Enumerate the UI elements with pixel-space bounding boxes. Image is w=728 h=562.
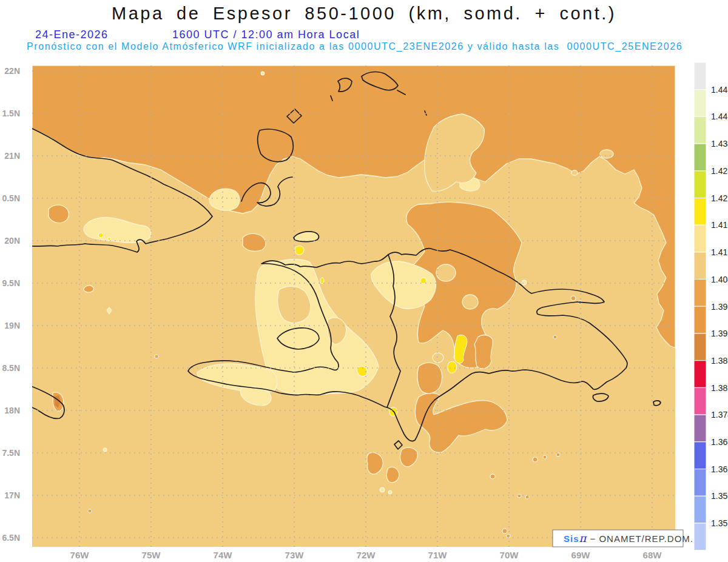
colorbar-tick-label: 1.362: [711, 464, 728, 474]
lat-tick-label: 21N: [4, 151, 20, 161]
orange-dot: [543, 455, 547, 459]
lat-axis: 22N 1.5N 21N 0.5N 20N 9.5N 19N 8.5N 18N …: [2, 66, 20, 543]
orange-dot: [533, 457, 538, 462]
tan-hole: [433, 353, 443, 363]
colorbar-tick-label: 1.446: [711, 85, 728, 95]
colorbar-segment: [694, 415, 706, 442]
attribution-org: − ONAMET/REP.DOM.: [587, 534, 693, 544]
lat-tick-label: 0.5N: [2, 193, 20, 203]
tan-hole: [571, 170, 578, 175]
colorbar-segment: [694, 442, 706, 469]
lon-tick-label: 72W: [357, 550, 376, 560]
colorbar-segment: [694, 225, 706, 252]
colorbar-segment: [694, 496, 706, 523]
orange-dot: [88, 509, 92, 513]
colorbar-segment: [694, 90, 706, 117]
colorbar-tick-label: 1.38: [711, 383, 727, 393]
colorbar-tick-label: 1.434: [711, 139, 728, 149]
lon-axis: 76W 75W 74W 73W 72W 71W 70W 69W 68W: [70, 550, 662, 560]
colorbar-segment: [694, 333, 706, 361]
orange-patch: [474, 335, 493, 369]
orange-dot: [155, 355, 158, 358]
colorbar-segment: [694, 62, 706, 90]
lon-tick-label: 75W: [142, 550, 161, 560]
yellow-spot: [448, 361, 457, 373]
cream-dot: [103, 448, 107, 452]
colorbar-tick-label: 1.392: [711, 329, 728, 338]
colorbar-tick-label: 1.404: [711, 275, 728, 284]
attribution-box: Sisπ − ONAMET/REP.DOM.: [553, 530, 693, 547]
colorbar-tick-label: 1.416: [711, 220, 728, 230]
orange-dot: [553, 335, 557, 339]
tan-hole: [278, 286, 311, 323]
colorbar-segment: [694, 523, 706, 550]
lat-tick-label: 7.5N: [2, 448, 20, 458]
colorbar-labels: 1.446 1.44 1.434 1.428 1.422 1.416 1.41 …: [711, 85, 728, 528]
colorbar-tick-label: 1.428: [711, 166, 728, 176]
colorbar-tick-label: 1.35: [711, 518, 727, 528]
map-canvas: 22N 1.5N 21N 0.5N 20N 9.5N 19N 8.5N 18N …: [0, 0, 728, 562]
colorbar-tick-label: 1.44: [711, 112, 727, 121]
lat-tick-label: 20N: [4, 236, 20, 246]
yellow-spot: [295, 246, 304, 255]
colorbar-tick-label: 1.368: [711, 437, 728, 447]
sispi-sis: Sis: [564, 534, 579, 544]
attribution-text: Sisπ − ONAMET/REP.DOM.: [564, 532, 693, 544]
colorbar-segment: [694, 361, 706, 388]
lat-tick-label: 1.5N: [2, 109, 20, 118]
cream-dot: [380, 487, 385, 492]
orange-dot: [490, 474, 495, 479]
tan-hole: [462, 295, 478, 309]
cream-dot: [388, 490, 392, 494]
lat-tick-label: 18N: [4, 406, 20, 415]
orange-patch: [243, 233, 266, 251]
colorbar-segment: [694, 144, 706, 171]
cuba-orange-patch: [49, 205, 69, 222]
colorbar-tick-label: 1.422: [711, 193, 728, 203]
colorbar-segment: [694, 279, 706, 307]
lat-tick-label: 22N: [4, 66, 20, 76]
colorbar-segment: [694, 252, 706, 279]
colorbar-segment: [694, 469, 706, 497]
lon-tick-label: 73W: [285, 550, 305, 560]
cream-dot: [261, 72, 265, 75]
colorbar-segment: [694, 116, 706, 144]
lon-tick-label: 71W: [428, 550, 448, 560]
barahona-orange-patch: [417, 363, 442, 393]
lon-tick-label: 74W: [214, 550, 233, 560]
weather-map-page: Mapa de Espesor 850-1000 (km, somd. + co…: [0, 0, 728, 562]
lon-tick-label: 69W: [571, 550, 591, 560]
colorbar-segment: [694, 171, 706, 198]
colorbar-tick-label: 1.386: [711, 356, 728, 366]
cream-dot: [522, 280, 527, 285]
orange-dot: [525, 495, 529, 499]
orange-dot: [556, 453, 560, 457]
colorbar-tick-label: 1.374: [711, 410, 728, 420]
lat-tick-label: 6.5N: [2, 533, 20, 543]
lat-tick-label: 17N: [4, 490, 20, 500]
tan-hole: [436, 264, 456, 281]
lat-tick-label: 8.5N: [2, 363, 20, 373]
colorbar: 1.446 1.44 1.434 1.428 1.422 1.416 1.41 …: [694, 62, 728, 550]
colorbar-segment: [694, 387, 706, 415]
lon-tick-label: 70W: [500, 550, 519, 560]
lat-tick-label: 9.5N: [2, 278, 20, 288]
yellow-spot: [108, 238, 111, 241]
colorbar-tick-label: 1.41: [711, 247, 727, 257]
jamaica-coastline: [22, 412, 27, 418]
lat-tick-label: 19N: [4, 321, 20, 330]
yellow-spot: [98, 233, 103, 238]
orange-dot: [517, 494, 521, 498]
orange-dot: [502, 529, 507, 534]
lon-tick-label: 76W: [70, 550, 90, 560]
orange-dot: [507, 534, 510, 538]
colorbar-tick-label: 1.356: [711, 491, 728, 501]
colorbar-segment: [694, 198, 706, 226]
lon-tick-label: 68W: [643, 550, 662, 560]
colorbar-tick-label: 1.398: [711, 302, 728, 312]
orange-patch: [386, 467, 399, 482]
tan-hole: [600, 150, 613, 158]
colorbar-segment: [694, 306, 706, 333]
orange-dot: [571, 296, 576, 301]
